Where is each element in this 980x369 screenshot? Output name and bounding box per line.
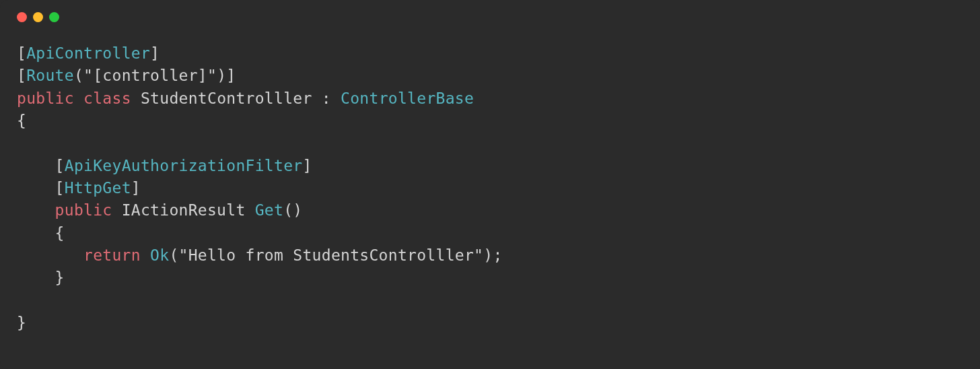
code-line: [HttpGet] [17, 177, 963, 199]
paren: ) [217, 67, 226, 84]
code-line [17, 290, 963, 312]
brace: { [55, 224, 65, 242]
keyword: class [83, 90, 131, 107]
return-type: IActionResult [122, 201, 246, 219]
semicolon: ; [493, 246, 502, 264]
string-literal: "[controller]" [83, 67, 217, 84]
bracket: [ [17, 44, 26, 62]
code-line: { [17, 110, 963, 132]
method-name: Get [255, 201, 283, 219]
function-call: Ok [150, 246, 169, 264]
code-line [17, 132, 963, 154]
bracket: [ [17, 67, 26, 84]
code-line: public class StudentControlller : Contro… [17, 88, 963, 110]
base-class: ControllerBase [341, 90, 474, 107]
paren: ) [483, 246, 493, 264]
keyword: return [83, 246, 141, 264]
code-line: [ApiKeyAuthorizationFilter] [17, 155, 963, 177]
brace: } [17, 314, 26, 331]
code-line: { [17, 222, 963, 244]
bracket: ] [302, 157, 312, 174]
window-titlebar [0, 0, 980, 29]
code-editor[interactable]: [ApiController] [Route("[controller]")] … [0, 29, 980, 347]
attribute-name: ApiKeyAuthorizationFilter [65, 157, 303, 174]
brace: } [55, 269, 65, 286]
code-line: return Ok("Hello from StudentsControllle… [17, 244, 963, 267]
string-literal: "Hello from StudentsControlller" [179, 246, 484, 264]
close-icon[interactable] [17, 12, 27, 22]
bracket: [ [55, 157, 65, 174]
bracket: ] [226, 67, 236, 84]
keyword: public [55, 201, 112, 219]
paren: ( [169, 246, 178, 264]
bracket: ] [131, 179, 141, 197]
colon: : [322, 90, 331, 107]
brace: { [17, 112, 26, 129]
code-line: [ApiController] [17, 42, 963, 65]
bracket: ] [150, 44, 160, 62]
class-name: StudentControlller [141, 90, 312, 107]
attribute-name: ApiController [26, 44, 150, 62]
paren: ( [74, 67, 83, 84]
code-line: } [17, 312, 963, 334]
maximize-icon[interactable] [49, 12, 59, 22]
minimize-icon[interactable] [33, 12, 43, 22]
code-line: public IActionResult Get() [17, 199, 963, 222]
code-line: [Route("[controller]")] [17, 65, 963, 87]
bracket: [ [55, 179, 65, 197]
attribute-name: Route [26, 67, 74, 84]
code-line: } [17, 267, 963, 289]
attribute-name: HttpGet [65, 179, 131, 197]
parens: () [283, 201, 302, 219]
keyword: public [17, 90, 74, 107]
code-window: [ApiController] [Route("[controller]")] … [0, 0, 980, 369]
